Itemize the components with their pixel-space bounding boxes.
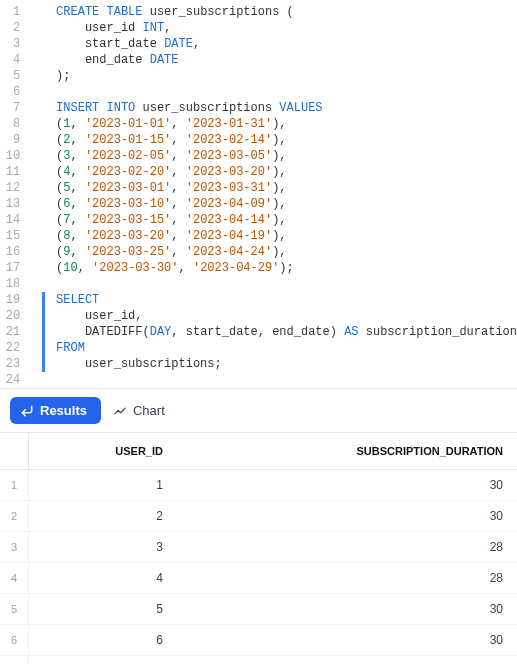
code-line[interactable]: (9, '2023-03-25', '2023-04-24'), (56, 244, 517, 260)
line-number: 10 (0, 148, 20, 164)
column-header-subscription-duration[interactable]: SUBSCRIPTION_DURATION (177, 433, 517, 470)
line-number: 3 (0, 36, 20, 52)
code-line[interactable]: (3, '2023-02-05', '2023-03-05'), (56, 148, 517, 164)
cell-user-id: 4 (29, 563, 177, 594)
line-number: 15 (0, 228, 20, 244)
code-line[interactable]: (6, '2023-03-10', '2023-04-09'), (56, 196, 517, 212)
line-number: 21 (0, 324, 20, 340)
row-number-cell: 3 (0, 532, 29, 563)
line-number: 5 (0, 68, 20, 84)
line-number: 23 (0, 356, 20, 372)
code-line[interactable] (56, 372, 517, 388)
cell-user-id: 3 (29, 532, 177, 563)
line-number: 1 (0, 4, 20, 20)
code-line[interactable]: start_date DATE, (56, 36, 517, 52)
line-number: 2 (0, 20, 20, 36)
code-line[interactable]: ); (56, 68, 517, 84)
line-number: 19 (0, 292, 20, 308)
code-line[interactable]: user_id INT, (56, 20, 517, 36)
cell-user-id: 1 (29, 470, 177, 501)
code-line[interactable]: FROM (56, 340, 517, 356)
cell-subscription-duration: 30 (177, 470, 517, 501)
code-line[interactable]: DATEDIFF(DAY, start_date, end_date) AS s… (56, 324, 517, 340)
cell-subscription-duration: 30 (177, 625, 517, 656)
code-line[interactable]: (8, '2023-03-20', '2023-04-19'), (56, 228, 517, 244)
code-line[interactable]: CREATE TABLE user_subscriptions ( (56, 4, 517, 20)
results-table: USER_ID SUBSCRIPTION_DURATION 1130223033… (0, 433, 517, 664)
sql-editor[interactable]: 123456789101112131415161718192021222324 … (0, 0, 517, 388)
chart-tab-button[interactable]: Chart (113, 403, 165, 418)
row-number-cell: 5 (0, 594, 29, 625)
row-number-header (0, 433, 29, 470)
code-line[interactable]: (10, '2023-03-30', '2023-04-29'); (56, 260, 517, 276)
code-line[interactable] (56, 84, 517, 100)
table-row[interactable]: 1130 (0, 470, 517, 501)
table-row[interactable]: 3328 (0, 532, 517, 563)
cell-subscription-duration: 28 (177, 563, 517, 594)
table-row[interactable]: 4428 (0, 563, 517, 594)
cell-subscription-duration: 30 (177, 594, 517, 625)
cell-user-id: 7 (29, 656, 177, 665)
code-line[interactable]: (5, '2023-03-01', '2023-03-31'), (56, 180, 517, 196)
column-header-user-id[interactable]: USER_ID (29, 433, 177, 470)
line-number: 13 (0, 196, 20, 212)
line-number: 24 (0, 372, 20, 388)
row-number-cell: 2 (0, 501, 29, 532)
line-number: 17 (0, 260, 20, 276)
table-row[interactable]: 6630 (0, 625, 517, 656)
line-number: 8 (0, 116, 20, 132)
cell-subscription-duration: 30 (177, 656, 517, 665)
line-number-gutter: 123456789101112131415161718192021222324 (0, 4, 28, 388)
code-line[interactable]: (2, '2023-01-15', '2023-02-14'), (56, 132, 517, 148)
code-line[interactable] (56, 276, 517, 292)
code-line[interactable]: user_subscriptions; (56, 356, 517, 372)
results-table-container: USER_ID SUBSCRIPTION_DURATION 1130223033… (0, 433, 517, 664)
table-row[interactable]: 7730 (0, 656, 517, 665)
results-toolbar: Results Chart (0, 388, 517, 433)
chart-tab-label: Chart (133, 403, 165, 418)
line-number: 7 (0, 100, 20, 116)
cell-subscription-duration: 28 (177, 532, 517, 563)
results-tab-button[interactable]: Results (10, 397, 101, 424)
row-number-cell: 6 (0, 625, 29, 656)
line-number: 20 (0, 308, 20, 324)
code-line[interactable]: SELECT (56, 292, 517, 308)
active-query-indicator (42, 292, 45, 372)
row-number-cell: 1 (0, 470, 29, 501)
line-number: 18 (0, 276, 20, 292)
cell-user-id: 2 (29, 501, 177, 532)
line-number: 6 (0, 84, 20, 100)
cell-user-id: 5 (29, 594, 177, 625)
code-line[interactable]: INSERT INTO user_subscriptions VALUES (56, 100, 517, 116)
chart-line-icon (113, 404, 127, 418)
code-area[interactable]: CREATE TABLE user_subscriptions ( user_i… (28, 4, 517, 388)
row-number-cell: 4 (0, 563, 29, 594)
table-row[interactable]: 2230 (0, 501, 517, 532)
results-tab-label: Results (40, 403, 87, 418)
line-number: 22 (0, 340, 20, 356)
return-arrow-icon (20, 404, 34, 418)
line-number: 14 (0, 212, 20, 228)
cell-subscription-duration: 30 (177, 501, 517, 532)
code-line[interactable]: (7, '2023-03-15', '2023-04-14'), (56, 212, 517, 228)
code-line[interactable]: end_date DATE (56, 52, 517, 68)
cell-user-id: 6 (29, 625, 177, 656)
code-line[interactable]: (4, '2023-02-20', '2023-03-20'), (56, 164, 517, 180)
code-line[interactable]: (1, '2023-01-01', '2023-01-31'), (56, 116, 517, 132)
row-number-cell: 7 (0, 656, 29, 665)
line-number: 16 (0, 244, 20, 260)
code-line[interactable]: user_id, (56, 308, 517, 324)
line-number: 9 (0, 132, 20, 148)
line-number: 4 (0, 52, 20, 68)
table-row[interactable]: 5530 (0, 594, 517, 625)
line-number: 11 (0, 164, 20, 180)
line-number: 12 (0, 180, 20, 196)
